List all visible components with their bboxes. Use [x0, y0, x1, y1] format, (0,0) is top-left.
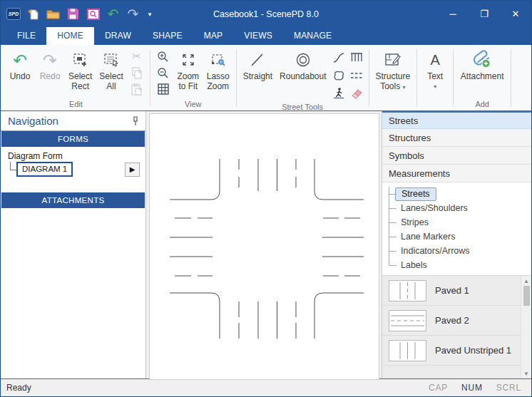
redo-button[interactable]: ↷ Redo — [35, 47, 65, 83]
accordion-header-symbols[interactable]: Symbols — [382, 147, 531, 165]
tree-item-streets[interactable]: Streets — [382, 187, 531, 201]
lasso-zoom-button[interactable]: Lasso Zoom — [203, 47, 233, 93]
crosswalk-button[interactable] — [330, 84, 348, 102]
tab-map[interactable]: MAP — [193, 27, 234, 45]
drawing-canvas[interactable] — [146, 111, 382, 378]
print-preview-icon[interactable] — [86, 6, 101, 21]
tree-item-labels[interactable]: Labels — [382, 258, 531, 272]
group-separator — [511, 49, 511, 107]
tab-views[interactable]: VIEWS — [233, 27, 283, 45]
dashed-lines-icon — [350, 71, 363, 80]
scroll-down-icon[interactable]: ▼ — [521, 368, 531, 378]
zoom-in-icon — [157, 51, 169, 63]
parking-stalls-icon — [350, 52, 363, 63]
streets-palette-panel: Streets Structures Symbols Measurements … — [382, 111, 531, 378]
titlebar: SPD — [1, 1, 531, 27]
quick-undo-icon[interactable]: ↶ — [106, 6, 121, 21]
roundabout-button[interactable]: Roundabout — [276, 47, 329, 83]
curved-street-button[interactable] — [330, 48, 348, 66]
minimize-button[interactable]: ─ — [437, 4, 469, 25]
paste-button[interactable] — [129, 81, 145, 97]
maximize-button[interactable]: ❐ — [469, 4, 500, 25]
select-all-button[interactable]: Select All — [96, 47, 126, 93]
ribbon-group-view: Zoom to Fit Lasso Zoom View — [152, 47, 235, 110]
diagram-tree-item[interactable]: DIAGRAM 1 — [16, 162, 73, 177]
dropdown-caret-icon: ▾ — [434, 84, 436, 90]
diagram-page[interactable] — [149, 113, 379, 380]
list-item-paved-unstriped-1[interactable]: Paved Unstriped 1 — [382, 336, 521, 366]
qat-customize-caret-icon[interactable]: ▾ — [145, 6, 154, 21]
roundabout-icon — [295, 50, 312, 70]
straight-street-button[interactable]: Straight — [240, 47, 276, 83]
tree-item-lanes-shoulders[interactable]: Lanes/Shoulders — [382, 201, 531, 215]
zoom-out-icon — [157, 67, 169, 79]
open-form-button[interactable]: ▶ — [125, 163, 140, 177]
tree-item-lane-markers[interactable]: Lane Markers — [382, 230, 531, 244]
straight-line-icon — [249, 50, 266, 70]
new-file-icon[interactable] — [26, 6, 41, 21]
paved-2-preview — [389, 310, 426, 331]
ribbon-group-edit: ↶ Undo ↷ Redo Select Rect — [4, 47, 148, 110]
tab-draw[interactable]: DRAW — [94, 27, 142, 45]
close-button[interactable]: ✕ — [500, 4, 531, 25]
list-item-paved-2[interactable]: Paved 2 — [382, 306, 521, 336]
group-separator — [236, 49, 237, 107]
tab-home[interactable]: HOME — [46, 27, 94, 45]
save-icon[interactable] — [66, 6, 81, 21]
attachment-button[interactable]: Attachment — [456, 47, 508, 83]
select-rect-button[interactable]: Select Rect — [65, 47, 96, 93]
window-controls: ─ ❐ ✕ — [437, 4, 531, 25]
partial-preview — [389, 378, 426, 379]
zoom-to-fit-button[interactable]: Zoom to Fit — [173, 47, 203, 93]
paved-unstriped-1-preview — [389, 340, 426, 361]
tree-item-indicators-arrows[interactable]: Indicators/Arrows — [382, 244, 531, 258]
select-all-icon — [103, 50, 120, 70]
ribbon-tabbar: FILE HOME DRAW SHAPE MAP VIEWS MANAGE — [1, 27, 531, 45]
cut-icon: ✂ — [132, 50, 141, 63]
list-item-partial[interactable] — [382, 366, 521, 378]
forms-section-header[interactable]: FORMS — [1, 131, 145, 147]
pin-icon[interactable] — [131, 116, 140, 126]
accordion-header-structures[interactable]: Structures — [382, 129, 531, 147]
tree-branch — [10, 162, 16, 170]
group-separator — [416, 49, 417, 107]
dashed-stripes-button[interactable] — [348, 66, 366, 84]
app-logo: SPD — [6, 8, 21, 20]
zoom-to-fit-icon — [180, 50, 197, 70]
undo-icon: ↶ — [13, 53, 27, 67]
scroll-lock-indicator: SCRL — [496, 383, 521, 393]
list-item-paved-1[interactable]: Paved 1 — [382, 276, 521, 306]
tab-manage[interactable]: MANAGE — [283, 27, 342, 45]
eraser-button[interactable] — [348, 84, 366, 102]
ribbon-group-street-tools: Straight Roundabout — [238, 47, 367, 110]
paved-1-preview — [389, 280, 426, 301]
grid-toggle-button[interactable] — [155, 81, 171, 97]
irregular-area-button[interactable] — [330, 66, 348, 84]
scroll-up-icon[interactable]: ▲ — [521, 276, 531, 286]
text-tool-button[interactable]: A Text ▾ — [420, 47, 450, 91]
zoom-out-button[interactable] — [155, 65, 171, 81]
group-separator — [453, 49, 454, 107]
tab-shape[interactable]: SHAPE — [142, 27, 193, 45]
accordion-header-streets[interactable]: Streets — [382, 111, 531, 129]
structure-tools-icon — [384, 50, 402, 70]
parking-stalls-button[interactable] — [348, 48, 366, 66]
undo-button[interactable]: ↶ Undo — [5, 47, 35, 83]
open-folder-icon[interactable] — [46, 6, 61, 21]
cut-button[interactable]: ✂ — [129, 48, 145, 64]
scrollbar-thumb[interactable] — [523, 286, 530, 306]
accordion-header-measurements[interactable]: Measurements — [382, 165, 531, 182]
group-separator — [150, 49, 150, 107]
list-scrollbar[interactable]: ▲ ▼ — [521, 276, 531, 378]
status-text: Ready — [6, 383, 31, 393]
copy-button[interactable] — [129, 65, 145, 81]
structure-tools-button[interactable]: Structure Tools ▾ — [372, 47, 414, 93]
zoom-in-button[interactable] — [155, 48, 171, 64]
tab-file[interactable]: FILE — [6, 27, 46, 45]
intersection-diagram — [150, 114, 385, 381]
attachments-section-header[interactable]: ATTACHMENTS — [1, 192, 145, 208]
navigation-panel: Navigation FORMS Diagram Form DIAGRAM 1 … — [1, 111, 146, 378]
tree-item-stripes[interactable]: Stripes — [382, 215, 531, 230]
attachment-icon — [471, 50, 493, 70]
quick-redo-icon[interactable]: ↷ — [126, 6, 140, 21]
